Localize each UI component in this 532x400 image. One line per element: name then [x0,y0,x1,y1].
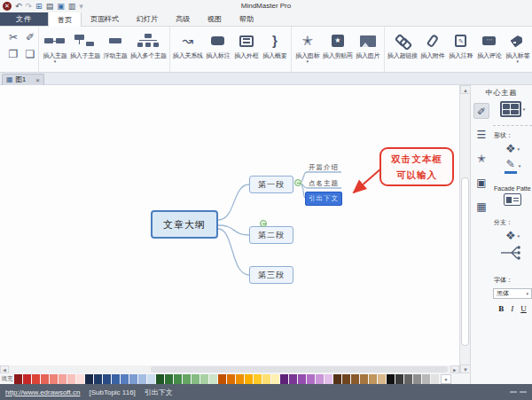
task-panel-icon[interactable]: ▦ [473,199,489,215]
color-swatch[interactable] [378,374,386,384]
branch-style-picker[interactable] [499,245,526,261]
color-swatch[interactable] [254,374,262,384]
color-swatch[interactable] [147,374,155,384]
insert-relationship-button[interactable]: ↝ 插入关系线 [172,29,204,59]
color-swatch[interactable] [112,374,120,384]
icon-mark-icon[interactable]: ✭ [473,151,489,167]
color-swatch[interactable] [351,374,359,384]
color-swatch[interactable] [298,374,306,384]
tab-home[interactable]: 首页 [48,12,82,27]
color-swatch[interactable] [138,374,146,384]
insert-boundary-button[interactable]: 插入外框 [232,29,261,59]
document-tab[interactable]: ▦ 图1 × [2,74,44,85]
tab-view[interactable]: 视图 [199,12,231,26]
insert-comment-button[interactable]: ⋯ 插入评论 [475,29,504,59]
color-swatch[interactable] [50,374,58,384]
clipart-panel-icon[interactable]: ▣ [473,175,489,191]
insert-summary-button[interactable]: } 插入概要 [261,29,289,59]
color-swatch[interactable] [422,374,430,384]
color-swatch[interactable] [129,374,137,384]
root-topic-node[interactable]: 文章大纲 [151,210,218,239]
subtopic-node-1[interactable]: 开篇介绍 [309,163,339,172]
color-swatch[interactable] [23,374,31,384]
color-swatch[interactable] [262,374,270,384]
color-swatch[interactable] [76,374,84,384]
color-swatch[interactable] [156,374,164,384]
outline-icon[interactable]: ☰ [473,127,489,143]
horizontal-scroll-thumb[interactable] [151,366,448,373]
mindmap-canvas[interactable]: 文章大纲 第一段 第二段 第三段 开篇介绍 点名主题 引出下文 双击文本框 可以… [0,85,459,365]
color-swatch[interactable] [94,374,102,384]
scroll-right-icon[interactable]: ▶ [450,365,459,373]
color-swatch[interactable] [200,374,208,384]
facade-pattern-icon[interactable] [504,193,521,206]
color-swatch[interactable] [395,374,403,384]
website-link[interactable]: http://www.edrawsoft.cn [5,388,80,396]
color-swatch[interactable] [59,374,66,384]
color-swatch[interactable] [316,374,324,384]
collapse-handle-root[interactable] [260,220,267,227]
color-swatch[interactable] [360,374,368,384]
color-swatch[interactable] [431,374,439,384]
color-swatch[interactable] [271,374,279,384]
copy-icon[interactable]: ❐ [5,47,21,61]
palette-more-icon[interactable]: ▼ [441,374,451,384]
insert-hyperlink-button[interactable]: 插入超链接 [387,29,419,59]
insert-multiple-topics-button[interactable]: 插入多个主题 [129,29,168,59]
color-swatches[interactable] [14,374,439,384]
collapse-handle-branch1[interactable] [294,179,301,186]
color-swatch[interactable] [165,374,173,384]
insert-picture-button[interactable]: 插入图片 [354,29,382,59]
font-family-select[interactable]: 黑体 ▾ [493,288,532,299]
color-swatch[interactable] [307,374,315,384]
subtopic-node-2[interactable]: 点名主题 [309,179,339,188]
color-swatch[interactable] [103,374,111,384]
vertical-scroll-thumb[interactable] [461,177,469,346]
tab-advanced[interactable]: 高级 [167,12,199,26]
insert-tag-button[interactable]: 插入标签 ▾ [504,29,532,64]
color-swatch[interactable] [333,374,341,384]
insert-icon-button[interactable]: ✭ 插入图标 ▾ [293,29,322,64]
paste-icon[interactable]: ❏ [22,47,38,61]
tab-page-style[interactable]: 页面样式 [82,12,128,26]
insert-topic-button[interactable]: 插入主题 ▾ [41,29,69,64]
color-swatch[interactable] [387,374,395,384]
color-swatch[interactable] [280,374,288,384]
color-swatch[interactable] [192,374,200,384]
color-swatch[interactable] [245,374,253,384]
insert-clipart-button[interactable]: ★ 插入剪贴画 [322,29,354,59]
vertical-scrollbar[interactable]: ▲ ▼ [459,85,470,373]
branch-node-1[interactable]: 第一段 [249,176,293,193]
floating-topic-button[interactable]: 浮动主题 [101,29,129,59]
color-swatch[interactable] [14,374,22,384]
tab-help[interactable]: 帮助 [231,12,262,26]
insert-callout-button[interactable]: 插入标注 [204,29,232,59]
bold-button[interactable]: B [498,304,504,313]
branch-color-picker[interactable]: ❖ ▾ [505,229,520,242]
italic-button[interactable]: I [511,304,513,313]
color-swatch[interactable] [209,374,217,384]
color-swatch[interactable] [227,374,235,384]
color-swatch[interactable] [41,374,49,384]
insert-subtopic-button[interactable]: 插入子主题 [69,29,101,59]
color-swatch[interactable] [413,374,421,384]
cut-icon[interactable]: ✂ [5,30,21,44]
branch-node-3[interactable]: 第三段 [249,266,293,284]
color-swatch[interactable] [32,374,40,384]
color-swatch[interactable] [342,374,350,384]
branch-node-2[interactable]: 第二段 [249,226,293,244]
color-swatch[interactable] [67,374,75,384]
color-swatch[interactable] [404,374,412,384]
color-swatch[interactable] [85,374,93,384]
color-swatch[interactable] [236,374,244,384]
shape-style-picker[interactable]: ❖ ▾ [505,142,520,155]
insert-note-button[interactable]: ✎ 插入注释 [447,29,475,59]
shape-outline-picker[interactable]: ✎ ▾ [505,158,521,174]
tab-slides[interactable]: 幻灯片 [128,12,167,26]
color-swatch[interactable] [183,374,191,384]
horizontal-scrollbar[interactable]: ◀ ▶ [0,365,459,373]
color-swatch[interactable] [289,374,297,384]
color-swatch[interactable] [325,374,332,384]
theme-brush-icon[interactable]: ✐ [473,103,489,119]
tab-close-icon[interactable]: × [35,76,40,84]
